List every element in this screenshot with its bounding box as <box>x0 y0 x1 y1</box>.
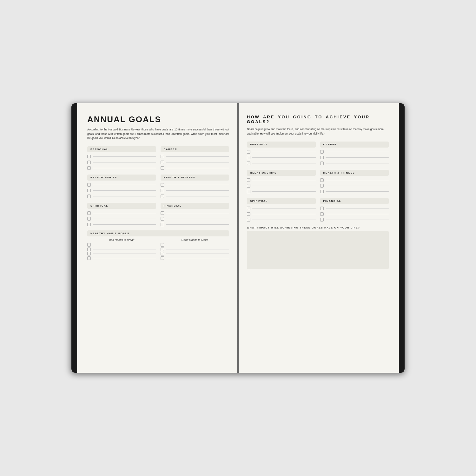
checkbox[interactable] <box>87 248 91 251</box>
checkbox[interactable] <box>87 195 91 198</box>
personal-label-right: PERSONAL <box>247 142 316 148</box>
checkbox[interactable] <box>161 155 164 158</box>
checkbox[interactable] <box>320 178 324 182</box>
checkbox[interactable] <box>161 195 164 198</box>
checkbox[interactable] <box>320 190 324 193</box>
line <box>166 162 229 162</box>
checkbox[interactable] <box>320 156 324 159</box>
career-right-item-2 <box>320 156 389 159</box>
relationships-item-1 <box>87 183 156 187</box>
checkbox[interactable] <box>87 155 91 158</box>
checkbox[interactable] <box>247 162 250 165</box>
career-label-right: CAREER <box>320 142 389 148</box>
relationships-label-left: RELATIONSHIPS <box>87 175 156 181</box>
impact-label: WHAT IMPACT WILL ACHIEVING THESE GOALS H… <box>247 226 389 229</box>
health-item-1 <box>161 183 229 187</box>
checkbox[interactable] <box>320 207 324 210</box>
checkbox[interactable] <box>247 178 250 182</box>
checkbox[interactable] <box>247 184 250 188</box>
line <box>93 258 156 258</box>
checkbox[interactable] <box>161 223 164 226</box>
checkbox[interactable] <box>87 256 91 260</box>
bad-habit-4 <box>87 256 156 260</box>
checkbox[interactable] <box>87 161 91 164</box>
checkbox[interactable] <box>87 183 91 187</box>
personal-right-item-2 <box>247 156 316 159</box>
relationships-right-item-1 <box>247 178 316 182</box>
line <box>166 245 229 245</box>
checkbox[interactable] <box>161 243 164 247</box>
line <box>326 186 389 186</box>
checkbox[interactable] <box>247 218 250 221</box>
bad-habit-1 <box>87 243 156 247</box>
checkbox[interactable] <box>87 243 91 247</box>
checkbox[interactable] <box>247 150 250 154</box>
career-label-left: CAREER <box>161 146 229 152</box>
checkbox[interactable] <box>87 223 91 226</box>
goals-grid-left: PERSONAL CAREER <box>87 146 229 227</box>
spiritual-section-left: SPIRITUAL <box>87 203 156 227</box>
checkbox[interactable] <box>87 217 91 221</box>
career-item-2 <box>161 161 229 164</box>
good-habit-3 <box>161 252 229 255</box>
line <box>166 219 229 219</box>
checkbox[interactable] <box>247 190 250 193</box>
health-section-right: HEALTH & FITNESS <box>320 170 389 194</box>
spiritual-item-1 <box>87 211 156 215</box>
line <box>166 213 229 213</box>
checkbox[interactable] <box>161 211 164 215</box>
checkbox[interactable] <box>247 156 250 159</box>
annual-goals-title: ANNUAL GOALS <box>87 115 229 124</box>
personal-right-item-3 <box>247 162 316 165</box>
line <box>166 224 229 225</box>
checkbox[interactable] <box>161 161 164 164</box>
health-right-item-1 <box>320 178 389 182</box>
financial-item-2 <box>161 217 229 221</box>
checkbox[interactable] <box>320 218 324 221</box>
health-label-left: HEALTH & FITNESS <box>161 175 229 181</box>
checkbox[interactable] <box>87 166 91 170</box>
checkbox[interactable] <box>87 189 91 192</box>
line <box>166 185 229 185</box>
financial-item-1 <box>161 211 229 215</box>
checkbox[interactable] <box>320 184 324 188</box>
checkbox[interactable] <box>247 207 250 210</box>
checkbox[interactable] <box>161 256 164 260</box>
line <box>93 219 156 219</box>
checkbox[interactable] <box>161 217 164 221</box>
checkbox[interactable] <box>320 212 324 216</box>
good-habits-col: Good Habits to Make <box>161 238 229 261</box>
line <box>166 258 229 258</box>
checkbox[interactable] <box>161 166 164 170</box>
line <box>93 156 156 157</box>
line <box>166 156 229 157</box>
health-section-left: HEALTH & FITNESS <box>161 175 229 199</box>
line <box>252 220 316 220</box>
checkbox[interactable] <box>161 252 164 255</box>
line <box>326 157 389 158</box>
health-item-2 <box>161 189 229 192</box>
spiritual-label-right: SPIRITUAL <box>247 198 316 204</box>
impact-text-box[interactable] <box>247 231 389 269</box>
line <box>252 163 316 163</box>
checkbox[interactable] <box>320 150 324 154</box>
financial-right-item-2 <box>320 212 389 216</box>
checkbox[interactable] <box>161 183 164 187</box>
healthy-habit-label: HEALTHY HABIT GOALS <box>87 230 229 236</box>
checkbox[interactable] <box>87 211 91 215</box>
health-right-item-3 <box>320 190 389 193</box>
personal-label-left: PERSONAL <box>87 146 156 152</box>
line <box>93 249 156 249</box>
checkbox[interactable] <box>87 252 91 255</box>
line <box>93 245 156 245</box>
checkbox[interactable] <box>247 212 250 216</box>
line <box>326 163 389 163</box>
line <box>326 220 389 220</box>
checkbox[interactable] <box>161 248 164 251</box>
health-right-item-2 <box>320 184 389 188</box>
checkbox[interactable] <box>320 162 324 165</box>
relationships-right-item-2 <box>247 184 316 188</box>
checkbox[interactable] <box>161 189 164 192</box>
line <box>326 214 389 214</box>
line <box>93 190 156 191</box>
